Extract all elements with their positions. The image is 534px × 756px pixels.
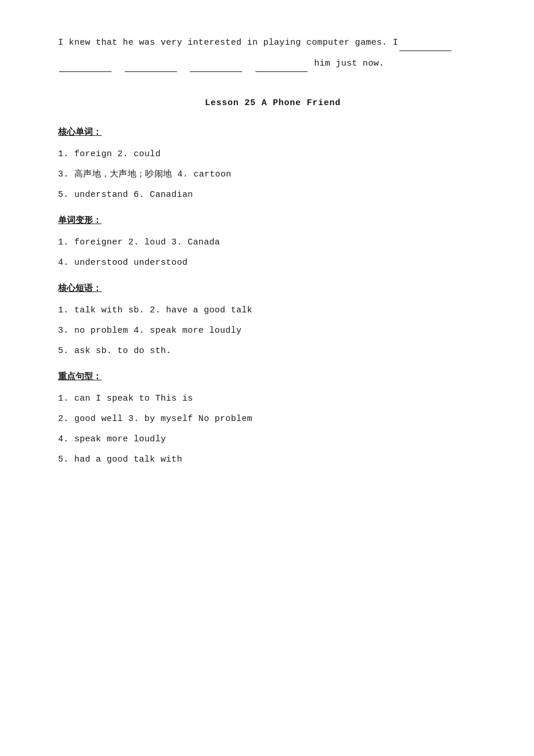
section-heading-3: 重点句型：	[58, 369, 488, 385]
blank-3	[125, 56, 177, 72]
blank-4	[190, 56, 242, 72]
sentence-line-2: him just now.	[58, 56, 488, 72]
sentence-line-1: I knew that he was very interested in pl…	[58, 35, 488, 51]
section-3-item-3: 5. had a good talk with	[58, 452, 488, 467]
top-section: I knew that he was very interested in pl…	[58, 35, 488, 72]
blank-5	[255, 56, 308, 72]
section-1-item-0: 1. foreigner 2. loud 3. Canada	[58, 235, 488, 250]
section-heading-0: 核心单词：	[58, 125, 488, 141]
section-0-item-2: 5. understand 6. Canadian	[58, 187, 488, 203]
section-0-item-1: 3. 高声地，大声地；吵闹地 4. cartoon	[58, 167, 488, 182]
section-0-item-0: 1. foreign 2. could	[58, 146, 488, 162]
sentence-suffix: him just now.	[314, 59, 384, 69]
section-heading-2: 核心短语：	[58, 281, 488, 297]
section-2-item-2: 5. ask sb. to do sth.	[58, 343, 488, 359]
sentence-text-1: I knew that he was very interested in pl…	[58, 38, 398, 48]
section-heading-1: 单词变形：	[58, 213, 488, 229]
section-2-item-1: 3. no problem 4. speak more loudly	[58, 323, 488, 339]
blank-1	[399, 35, 452, 51]
section-3-item-2: 4. speak more loudly	[58, 431, 488, 447]
lesson-title: Lesson 25 A Phone Friend	[58, 95, 488, 111]
section-2-item-0: 1. talk with sb. 2. have a good talk	[58, 303, 488, 318]
section-3-item-0: 1. can I speak to This is	[58, 391, 488, 406]
blank-2	[59, 56, 111, 72]
section-3-item-1: 2. good well 3. by myself No problem	[58, 411, 488, 427]
section-1-item-1: 4. understood understood	[58, 255, 488, 271]
sections-container: 核心单词：1. foreign 2. could3. 高声地，大声地；吵闹地 4…	[58, 125, 488, 467]
